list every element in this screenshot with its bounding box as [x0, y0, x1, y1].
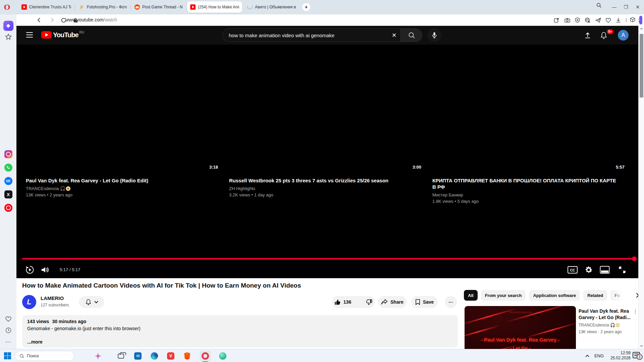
edge-icon[interactable]	[150, 352, 158, 360]
chip-application-software[interactable]: Application software	[529, 290, 580, 301]
volume-icon[interactable]	[39, 263, 51, 277]
endscreen-card-3[interactable]: 5:57 КРИПТА ОТПРАВЛЯЕТ БАНКИ В ПРОШЛОЕ! …	[432, 62, 629, 204]
tab-2[interactable]: F Fotohosting.Pro - Фотохо	[76, 1, 130, 13]
more-actions-button[interactable]: ⋯	[445, 296, 457, 308]
search-button[interactable]	[400, 29, 422, 42]
related-video-title[interactable]: Paul Van Dyk feat. Rea Garvey - Let Go (…	[579, 308, 632, 321]
dislike-button[interactable]	[361, 296, 377, 308]
home-icon[interactable]	[3, 21, 13, 31]
language-indicator[interactable]: ENG	[593, 349, 605, 362]
related-video-thumbnail[interactable]: TRANCEsdencia - Paul Van Dyk feat. Rea G…	[465, 306, 576, 349]
translate-icon[interactable]	[583, 16, 591, 24]
chips-next-arrow-icon[interactable]	[633, 291, 638, 300]
settings-gear-icon[interactable]	[582, 263, 595, 277]
endscreen-title[interactable]: КРИПТА ОТПРАВЛЯЕТ БАНКИ В ПРОШЛОЕ! ОПЛАТ…	[432, 177, 620, 190]
endscreen-card-1[interactable]: 3:18 Paul Van Dyk feat. Rea Garvey - Let…	[26, 62, 222, 197]
vk-icon[interactable]: VK	[4, 177, 12, 185]
window-search-icon[interactable]	[596, 3, 605, 11]
heart-icon[interactable]	[604, 16, 612, 24]
back-icon[interactable]	[35, 16, 43, 24]
tray-expand-icon[interactable]	[583, 349, 592, 362]
edit-icon[interactable]	[552, 16, 560, 24]
tab-title: Post Game Thread - NBA:	[142, 5, 183, 9]
mic-icon[interactable]	[428, 28, 441, 42]
page-scrollbar[interactable]	[638, 26, 644, 349]
more-icon[interactable]: ⋯	[5, 338, 11, 346]
copilot-icon[interactable]	[94, 352, 102, 360]
youtube-logo[interactable]: YouTube RU	[41, 31, 84, 39]
taskbar-clock[interactable]: 12:59 25.02.2026	[605, 351, 631, 361]
start-button[interactable]	[4, 352, 11, 359]
account-avatar[interactable]: A	[618, 30, 629, 41]
tab-4-active[interactable]: (254) How to Make Anima	[187, 1, 242, 13]
scroll-up-icon[interactable]	[639, 26, 644, 32]
endscreen-thumbnail[interactable]: 3:18	[26, 62, 222, 173]
sidebar-panel-indicator[interactable]	[639, 16, 642, 24]
endscreen-thumbnail[interactable]: 3:00	[229, 62, 425, 173]
favorites-heart-icon[interactable]	[5, 316, 11, 322]
share-button[interactable]: Share	[378, 296, 407, 308]
outlook-icon[interactable]: ✉	[134, 352, 142, 360]
subtitles-cc-button[interactable]: CC	[566, 263, 579, 277]
send-icon[interactable]	[594, 16, 602, 24]
task-view-icon[interactable]	[117, 352, 125, 360]
x-icon[interactable]: X	[4, 190, 12, 198]
endscreen-title[interactable]: Paul Van Dyk feat. Rea Garvey - Let Go (…	[26, 177, 214, 184]
tab-5[interactable]: Авито | Объявления в Са	[244, 1, 300, 13]
progress-bar[interactable]	[22, 258, 635, 259]
save-button[interactable]: Save	[411, 296, 438, 308]
hamburger-menu-icon[interactable]	[26, 32, 33, 38]
show-more-link[interactable]: ...more	[27, 339, 43, 345]
scroll-down-icon[interactable]	[639, 343, 644, 349]
subscribed-bell-button[interactable]	[79, 296, 104, 308]
channel-name[interactable]: LAMERIO	[41, 295, 64, 301]
tab-3[interactable]: Post Game Thread - NBA:	[131, 1, 186, 13]
history-icon[interactable]	[5, 327, 11, 334]
chip-all[interactable]: All	[464, 290, 478, 301]
fullscreen-icon[interactable]	[615, 263, 629, 277]
opera-taskbar-icon[interactable]	[201, 352, 209, 360]
description-box[interactable]: 143 views 30 minutes ago Genomake - geno…	[22, 315, 458, 348]
endscreen-channel[interactable]: TRANCEsdencia 🎧📀	[26, 186, 222, 191]
whatsapp-icon[interactable]	[4, 164, 12, 172]
youtube-music-icon[interactable]	[4, 204, 12, 212]
cube-extension-icon[interactable]	[627, 14, 639, 25]
chip-from-your-search[interactable]: From your search	[481, 290, 526, 301]
video-player[interactable]: 3:18 Paul Van Dyk feat. Rea Garvey - Let…	[16, 45, 638, 278]
brave-icon[interactable]	[183, 352, 191, 360]
new-tab-button[interactable]: +	[302, 3, 310, 11]
endscreen-card-2[interactable]: 3:00 Russell Westbrook 25 pts 3 threes 7…	[229, 62, 425, 197]
related-video-menu-icon[interactable]: ⋮	[633, 308, 638, 314]
forward-icon[interactable]	[48, 16, 56, 24]
download-icon[interactable]	[614, 16, 622, 24]
star-icon[interactable]	[5, 34, 12, 40]
shield-x-icon[interactable]	[573, 16, 581, 24]
endscreen-thumbnail[interactable]: 5:57	[432, 62, 629, 173]
chip-related[interactable]: Related	[583, 290, 607, 301]
clear-search-icon[interactable]: ✕	[388, 29, 400, 42]
like-button[interactable]: 136	[330, 296, 356, 308]
opera-menu-button[interactable]: O	[3, 3, 11, 11]
scrubber-dot[interactable]	[632, 256, 637, 261]
taskbar-search[interactable]: Поиск	[15, 351, 74, 361]
close-button[interactable]: ✕	[633, 3, 642, 11]
camera-icon[interactable]	[563, 16, 571, 24]
maximize-button[interactable]: ❒	[622, 3, 630, 11]
related-video-channel[interactable]: TRANCEsdencia 🎧📀	[579, 323, 632, 327]
url-text[interactable]: www.youtube.com/watch	[65, 17, 117, 22]
endscreen-channel[interactable]: ZH Highlights	[229, 186, 425, 191]
search-input[interactable]	[223, 33, 388, 38]
channel-avatar[interactable]: L	[22, 295, 36, 309]
endscreen-title[interactable]: Russell Westbrook 25 pts 3 threes 7 asts…	[229, 177, 417, 184]
tab-1[interactable]: Clementine Trusts AJ To M	[18, 1, 74, 13]
notifications-bell-icon[interactable]	[600, 32, 607, 39]
teal-app-icon[interactable]	[219, 352, 227, 360]
miniplayer-icon[interactable]: ><	[598, 263, 611, 277]
upload-icon[interactable]	[584, 32, 591, 39]
endscreen-channel[interactable]: Мистер Банкир	[432, 192, 629, 197]
replay-button[interactable]	[24, 263, 36, 277]
scrollbar-thumb[interactable]	[640, 34, 643, 98]
instagram-icon[interactable]	[4, 150, 12, 158]
vivaldi-icon[interactable]: V	[167, 352, 175, 360]
minimize-button[interactable]: —	[610, 3, 619, 11]
